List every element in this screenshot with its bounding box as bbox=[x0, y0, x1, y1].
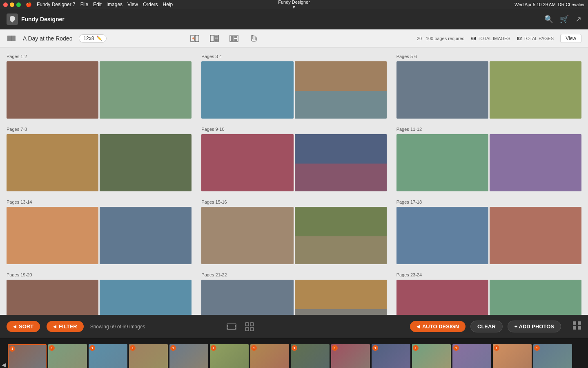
strip-badge: 1 bbox=[372, 345, 378, 351]
hand-tool-icon[interactable] bbox=[247, 32, 260, 45]
strip-photo[interactable]: 1★★★★★♡ bbox=[452, 344, 491, 368]
minimize-button[interactable] bbox=[10, 2, 14, 7]
layout-icon-1[interactable] bbox=[188, 32, 201, 45]
spread-left-page[interactable] bbox=[201, 61, 293, 119]
layout-icon-2[interactable] bbox=[208, 32, 221, 45]
spread-item[interactable]: Pages 23-24 bbox=[396, 272, 581, 315]
fullscreen-button[interactable] bbox=[16, 2, 21, 7]
svg-rect-7 bbox=[215, 36, 218, 38]
spread-right-page[interactable] bbox=[295, 61, 387, 119]
spread-item[interactable]: Pages 21-22 bbox=[201, 272, 386, 315]
close-button[interactable] bbox=[3, 2, 8, 7]
strip-photo[interactable]: 1★★★★★♡ bbox=[8, 344, 47, 368]
menu-orders[interactable]: Orders bbox=[143, 2, 158, 7]
cart-icon[interactable]: 🛒 bbox=[560, 15, 569, 24]
strip-photo[interactable]: 1★★★★★♡ bbox=[169, 344, 208, 368]
spread-right-page[interactable] bbox=[100, 134, 192, 191]
spread-right-page[interactable] bbox=[490, 134, 581, 191]
spread-left-page[interactable] bbox=[396, 61, 488, 119]
clear-button[interactable]: CLEAR bbox=[470, 321, 503, 332]
spread-item[interactable]: Pages 5-6 bbox=[396, 54, 581, 119]
spread-item[interactable]: Pages 3-4 bbox=[201, 54, 386, 119]
menu-view[interactable]: View bbox=[127, 2, 138, 7]
spread-item[interactable]: Pages 11-12 bbox=[396, 127, 581, 191]
filmstrip-icon[interactable] bbox=[226, 321, 237, 332]
view-button[interactable]: View bbox=[560, 34, 581, 43]
strip-badge: 1 bbox=[251, 345, 257, 351]
strip-photo[interactable]: 1★★★★★♡ bbox=[331, 344, 370, 368]
spread-right-page[interactable] bbox=[100, 61, 192, 119]
strip-photo[interactable]: 1★★★★★♡ bbox=[372, 344, 410, 368]
spread-label: Pages 9-10 bbox=[201, 127, 386, 132]
svg-rect-24 bbox=[573, 321, 576, 325]
strip-photo[interactable]: 1★★★★★♡ bbox=[412, 344, 451, 368]
spread-right-page[interactable] bbox=[490, 61, 581, 119]
spread-right-page[interactable] bbox=[490, 207, 581, 264]
menu-images[interactable]: Images bbox=[107, 2, 122, 7]
spread-left-page[interactable] bbox=[201, 207, 293, 264]
strip-photo[interactable]: 1★★★★★♡ bbox=[493, 344, 532, 368]
auto-design-button[interactable]: ◀ AUTO DESIGN bbox=[410, 321, 466, 332]
strip-photo[interactable]: 1★★★★★♡ bbox=[210, 344, 249, 368]
spread-right-page[interactable] bbox=[295, 280, 387, 315]
grid-view-toggle[interactable] bbox=[572, 321, 581, 332]
spread-label: Pages 19-20 bbox=[7, 272, 192, 277]
spread-right-page[interactable] bbox=[100, 207, 192, 264]
strip-photo[interactable]: 1★★★★★♡ bbox=[250, 344, 289, 368]
spread-left-page[interactable] bbox=[396, 134, 488, 191]
app-menu-appname[interactable]: Fundy Designer 7 bbox=[37, 2, 76, 7]
spread-item[interactable]: Pages 19-20 bbox=[7, 272, 192, 315]
svg-rect-10 bbox=[231, 36, 234, 41]
spread-item[interactable]: Pages 13-14 bbox=[7, 200, 192, 264]
menu-help[interactable]: Help bbox=[163, 2, 173, 7]
svg-rect-15 bbox=[227, 326, 228, 328]
size-badge[interactable]: 12x8 ✏️ bbox=[79, 34, 107, 43]
spread-left-page[interactable] bbox=[7, 61, 98, 119]
menu-bar-center: Fundy Designer ▾ bbox=[278, 0, 310, 10]
menu-file[interactable]: File bbox=[80, 2, 88, 7]
book-icon[interactable] bbox=[7, 34, 16, 43]
strip-photo[interactable]: 1★★★★★♡ bbox=[89, 344, 127, 368]
menu-bar: 🍎 Fundy Designer 7 File Edit Images View… bbox=[0, 0, 588, 9]
strip-photo[interactable]: 1★★★★★♡ bbox=[291, 344, 330, 368]
svg-rect-25 bbox=[578, 321, 581, 325]
sort-button[interactable]: ◀ SORT bbox=[7, 321, 40, 332]
spread-left-page[interactable] bbox=[201, 280, 293, 315]
strip-badge: 1 bbox=[9, 346, 15, 352]
spread-left-page[interactable] bbox=[201, 134, 293, 191]
search-icon[interactable]: 🔍 bbox=[544, 15, 553, 24]
spread-left-page[interactable] bbox=[7, 134, 98, 191]
svg-rect-0 bbox=[7, 36, 11, 41]
svg-rect-1 bbox=[12, 36, 16, 41]
filter-button[interactable]: ◀ FILTER bbox=[47, 321, 84, 332]
edit-icon[interactable]: ✏️ bbox=[96, 36, 102, 41]
spread-item[interactable]: Pages 15-16 bbox=[201, 200, 386, 264]
spread-right-page[interactable] bbox=[295, 134, 387, 191]
grid-icon[interactable] bbox=[244, 321, 255, 332]
export-icon[interactable]: ↗ bbox=[575, 15, 581, 24]
spread-left-page[interactable] bbox=[396, 280, 488, 315]
strip-badge: 1 bbox=[534, 345, 540, 351]
add-photos-button[interactable]: + ADD PHOTOS bbox=[508, 321, 561, 332]
strip-scroll-left[interactable]: ◀ bbox=[2, 361, 6, 368]
spread-item[interactable]: Pages 7-8 bbox=[7, 127, 192, 191]
spread-right-page[interactable] bbox=[100, 280, 192, 315]
layout-icon-3[interactable] bbox=[227, 32, 241, 45]
spread-right-page[interactable] bbox=[490, 280, 581, 315]
spread-images bbox=[396, 61, 581, 119]
menu-edit[interactable]: Edit bbox=[93, 2, 102, 7]
spread-item[interactable]: Pages 17-18 bbox=[396, 200, 581, 264]
size-value: 12x8 bbox=[83, 36, 94, 41]
menu-bar-right: Wed Apr 5 10:29 AM DR Chevalier bbox=[514, 2, 585, 7]
spread-left-page[interactable] bbox=[396, 207, 488, 264]
spread-label: Pages 5-6 bbox=[396, 54, 581, 59]
app-menu-apple[interactable]: 🍎 bbox=[26, 2, 32, 7]
strip-photo[interactable]: 1★★★★★♡ bbox=[533, 344, 572, 368]
spread-left-page[interactable] bbox=[7, 280, 98, 315]
spread-left-page[interactable] bbox=[7, 207, 98, 264]
spread-item[interactable]: Pages 9-10 bbox=[201, 127, 386, 191]
spread-right-page[interactable] bbox=[295, 207, 387, 264]
strip-photo[interactable]: 1★★★★★♡ bbox=[48, 344, 87, 368]
strip-photo[interactable]: 1★★★★★♡ bbox=[129, 344, 168, 368]
spread-item[interactable]: Pages 1-2 bbox=[7, 54, 192, 119]
